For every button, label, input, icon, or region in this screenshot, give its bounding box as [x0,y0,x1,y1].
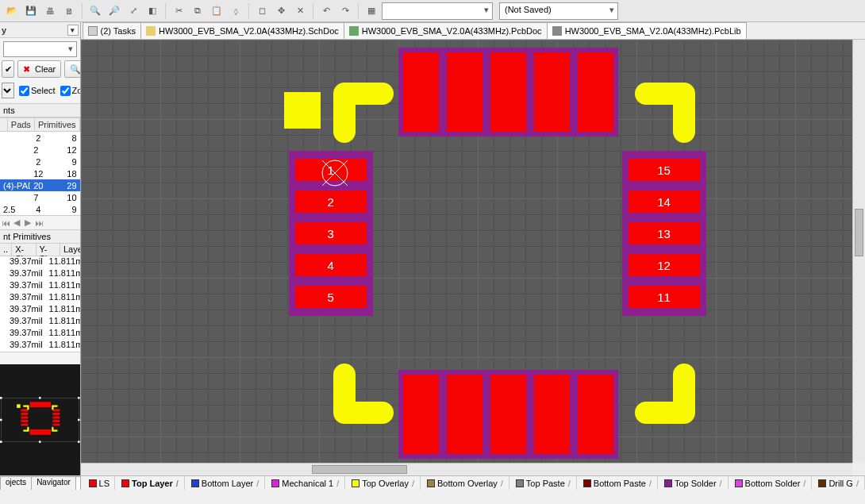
clear-button[interactable]: ✖ Clear [17,60,61,78]
table-row[interactable]: 39.37mil11.811miTopLayer [0,316,80,328]
doc-state-dropdown[interactable]: (Not Saved) [499,2,618,20]
pad[interactable] [403,375,439,454]
pcblib-icon [552,26,562,36]
layer-tab[interactable]: Top Paste/ [511,476,577,490]
col-number[interactable]: .. [0,244,12,256]
col-y-size[interactable]: Y-Size [37,244,60,256]
nav-prev-icon[interactable]: ◀ [11,217,22,228]
pad[interactable] [490,375,526,454]
apply-button[interactable]: ✔ [2,60,14,78]
vertical-scrollbar[interactable] [852,40,865,463]
svg-rect-4 [0,419,2,421]
table-row[interactable]: 39.37mil11.811miTopLayer [0,304,80,316]
zoom-out-icon[interactable]: 🔎 [106,2,123,20]
layer-tab[interactable]: Top Layer/ [117,476,185,490]
tab-pcb-library[interactable]: PCB Library [75,476,80,490]
col-name[interactable] [0,118,8,131]
table-row[interactable]: 29 [0,156,80,167]
col-layer[interactable]: Layer [60,244,81,256]
cut-icon[interactable]: ✂ [170,2,187,20]
zoom-in-icon[interactable]: 🔍 [86,2,104,20]
horizontal-scrollbar[interactable] [81,463,852,475]
pad[interactable]: 11 [629,286,700,308]
panel-dropdown-icon[interactable]: ▾ [67,25,79,36]
select-tool-icon[interactable]: ◻ [253,2,271,20]
layer-tab[interactable]: Bottom Layer/ [186,476,265,490]
pad[interactable]: 13 [629,222,700,244]
copy-icon[interactable]: ⧉ [189,2,206,20]
pad[interactable]: 4 [295,254,367,276]
table-row[interactable]: (4)-PAD-F2029 [0,179,80,191]
pad[interactable] [578,375,613,454]
table-row[interactable]: 710 [0,191,80,203]
table-row[interactable]: 39.37mil11.811miTopLayer [0,280,80,292]
pad[interactable] [490,52,526,132]
pad[interactable] [447,375,482,454]
pad[interactable]: 5 [295,286,367,308]
print-icon[interactable]: 🖶 [41,2,59,20]
pad[interactable] [534,52,570,132]
move-tool-icon[interactable]: ✥ [272,2,290,20]
pad[interactable]: 14 [629,190,700,213]
col-primitives[interactable]: Primitives [35,118,80,131]
mask-combo[interactable] [3,41,77,57]
table-row[interactable]: 39.37mil11.811miTopLayer [0,340,80,352]
mask-mode-select[interactable] [2,83,14,98]
redo-icon[interactable]: ↷ [336,2,354,20]
deselect-icon[interactable]: ✕ [291,2,309,20]
nav-last-icon[interactable]: ⏭ [33,218,44,228]
col-x-size[interactable]: X-Size [12,244,36,256]
svg-rect-13 [21,416,28,418]
tab-tasks[interactable]: (2) Tasks [83,22,141,39]
editor-canvas[interactable]: 12345 1514131211 [81,40,852,463]
zoom-fit-icon[interactable]: ⤢ [125,2,142,20]
col-pads[interactable]: Pads [8,118,35,131]
tab-projects[interactable]: ojects [0,476,32,490]
layer-tab[interactable]: Drill G/ [813,476,865,490]
pad[interactable] [534,375,570,454]
tab-schdoc[interactable]: HW3000_EVB_SMA_V2.0A(433MHz).SchDoc [140,22,344,39]
tab-navigator[interactable]: Navigator [31,476,76,490]
grid-dropdown[interactable] [382,2,493,20]
components-grid[interactable]: 28212291218(4)-PAD-F20297102.549 [0,132,80,215]
pad[interactable]: 12 [629,254,700,276]
table-row[interactable]: 39.37mil11.811miTopLayer [0,256,80,268]
pad[interactable]: 15 [629,159,700,181]
nav-first-icon[interactable]: ⏮ [0,218,11,228]
undo-icon[interactable]: ↶ [317,2,335,20]
pad[interactable] [403,52,439,132]
zoom-checkbox[interactable] [60,86,71,96]
save-icon[interactable]: 💾 [22,2,40,20]
grid-icon[interactable]: ▦ [363,2,380,20]
primitives-grid[interactable]: 39.37mil11.811miTopLayer39.37mil11.811mi… [0,256,80,352]
table-row[interactable]: 39.37mil11.811miTopLayer [0,268,80,280]
table-row[interactable]: 39.37mil11.811miTopLayer [0,292,80,304]
nav-next-icon[interactable]: ▶ [22,217,33,228]
select-checkbox[interactable] [19,86,29,96]
table-row[interactable]: 2.549 [0,203,80,215]
open-icon[interactable]: 📂 [3,2,21,20]
layer-tab[interactable]: Bottom Solder/ [730,476,813,490]
pad[interactable] [447,52,482,132]
layer-tab[interactable]: Top Solder/ [659,476,729,490]
pad[interactable] [578,52,613,132]
magnify-button[interactable]: 🔍 Magnify [64,60,80,78]
pad[interactable]: 2 [295,190,367,213]
layer-tab[interactable]: Mechanical 1/ [267,476,345,490]
rubber-stamp-icon[interactable]: ⎀ [227,2,244,20]
layer-tab[interactable]: Bottom Paste/ [579,476,658,490]
table-row[interactable]: 1218 [0,167,80,179]
table-row[interactable]: 28 [0,132,80,144]
tab-pcblib[interactable]: HW3000_EVB_SMA_V2.0A(433MHz).PcbLib [547,22,747,39]
zoom-area-icon[interactable]: ◧ [144,2,161,20]
svg-rect-15 [21,424,28,426]
table-row[interactable]: 39.37mil11.811miTopLayer [0,328,80,340]
table-row[interactable]: 212 [0,144,80,156]
pad[interactable]: 3 [295,222,367,244]
layer-set-ls[interactable]: LS [84,476,115,490]
preview-icon[interactable]: 🗎 [60,2,78,20]
layer-tab[interactable]: Top Overlay/ [347,476,421,490]
paste-icon[interactable]: 📋 [208,2,225,20]
layer-tab[interactable]: Bottom Overlay/ [422,476,509,490]
tab-pcbdoc[interactable]: HW3000_EVB_SMA_V2.0A(433MHz).PcbDoc [344,22,548,39]
